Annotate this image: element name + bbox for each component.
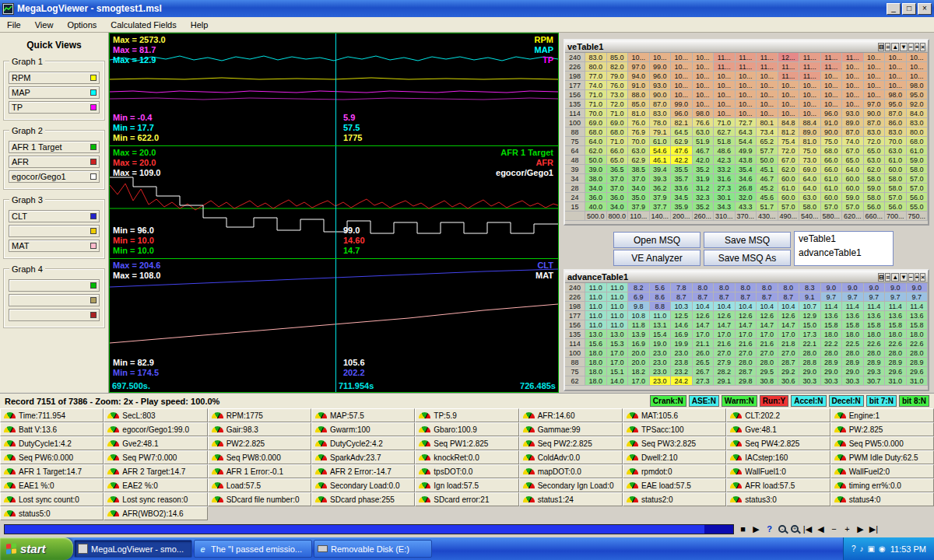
gauge-time[interactable]: Time:711.954 [0, 408, 104, 422]
table-cell[interactable]: 27.3 [693, 376, 715, 386]
table-cell[interactable]: 36.2 [650, 184, 672, 193]
table-cell[interactable]: 10... [778, 90, 800, 100]
table-cell[interactable]: 80.0 [585, 62, 607, 72]
table-cell[interactable]: 65.0 [842, 156, 864, 165]
table-cell[interactable]: 10... [885, 62, 907, 72]
table-cell[interactable]: 56.0 [907, 193, 929, 202]
table-cell[interactable]: 37.0 [607, 174, 629, 184]
table-cell[interactable]: 76.0 [628, 118, 650, 128]
table-cell[interactable]: 10... [864, 62, 886, 72]
table-cell[interactable]: 91.0 [628, 81, 650, 90]
table-cell[interactable]: 8.8 [650, 302, 672, 311]
table-cell[interactable]: 11... [821, 62, 843, 72]
table-cell[interactable]: 16.9 [671, 330, 693, 339]
table-cell[interactable]: 57.0 [778, 202, 800, 212]
table-cell[interactable]: 10... [907, 62, 929, 72]
gauge-seq-pw2[interactable]: Seq PW2:2.825 [519, 436, 623, 450]
table-cell[interactable]: 68.0 [607, 128, 629, 137]
table-cell[interactable]: 63.0 [799, 193, 821, 202]
table-cell[interactable]: 94.0 [628, 72, 650, 81]
playback-cursor[interactable] [335, 259, 336, 392]
table-cell[interactable]: 31.2 [693, 184, 715, 193]
table-cell[interactable]: 62.0 [864, 165, 886, 174]
table-cell[interactable]: 18.0 [907, 330, 929, 339]
gauge-timing-err-[interactable]: timing err%:0.0 [830, 478, 934, 492]
table-cell[interactable]: 30.6 [778, 376, 800, 386]
table-cell[interactable]: 69.0 [607, 118, 629, 128]
table-cell[interactable]: 79.1 [650, 128, 672, 137]
table-cell[interactable]: 9.7 [885, 292, 907, 302]
table-cell[interactable]: 8.7 [778, 292, 800, 302]
help-tray-icon[interactable]: ? [851, 544, 856, 553]
table-cell[interactable]: 12.9 [799, 311, 821, 320]
gauge-sparkadv[interactable]: SparkAdv:23.7 [311, 450, 415, 464]
table-cell[interactable]: 28.0 [842, 348, 864, 358]
table-cell[interactable]: 85.0 [607, 53, 629, 62]
table-cell[interactable]: 18.0 [585, 376, 607, 386]
table-cell[interactable]: 9.0 [907, 283, 929, 292]
table-cell[interactable]: 54.4 [736, 137, 757, 146]
quick-view-item[interactable] [9, 309, 100, 321]
table-cell[interactable]: 11.0 [585, 283, 607, 292]
zoom-in-button[interactable]: + [791, 525, 799, 533]
table-cell[interactable]: 28.9 [842, 358, 864, 367]
table-cell[interactable]: 58.0 [799, 202, 821, 212]
table-cell[interactable]: 30.7 [864, 376, 886, 386]
table-cell[interactable]: 21.6 [714, 339, 736, 348]
table-cell[interactable]: 73.4 [757, 128, 778, 137]
table-cell[interactable]: 10... [799, 81, 821, 90]
quick-view-item-afr-1-target[interactable]: AFR 1 Target [9, 141, 100, 153]
table-cell[interactable]: 30.3 [799, 376, 821, 386]
table-cell[interactable]: 20.0 [628, 348, 650, 358]
table-cell[interactable]: 59.0 [864, 184, 886, 193]
table-cell[interactable]: 35.2 [693, 165, 715, 174]
table-cell[interactable]: 61.0 [885, 156, 907, 165]
table-cell[interactable]: 10... [778, 109, 800, 118]
table-cell[interactable]: 29.5 [757, 367, 778, 376]
table-cell[interactable]: 22.6 [864, 339, 886, 348]
table-cell[interactable]: 18.0 [585, 358, 607, 367]
table-cell[interactable]: 11.0 [585, 302, 607, 311]
table-cell[interactable]: 10... [821, 72, 843, 81]
quick-view-item-tp[interactable]: TP [9, 101, 100, 114]
table-cell[interactable]: 42.2 [671, 156, 693, 165]
table-cell[interactable]: 11.0 [607, 311, 629, 320]
table-cell[interactable]: 10... [736, 90, 757, 100]
table-cell[interactable]: 76.6 [693, 118, 715, 128]
table-cell[interactable]: 50.0 [585, 156, 607, 165]
gauge-eae2-[interactable]: EAE2 %:0 [104, 478, 207, 492]
table-cell[interactable]: 10... [864, 72, 886, 81]
gauge-sdcard-file-number[interactable]: SDcard file number:0 [208, 492, 311, 506]
advance-table-titlebar[interactable]: advanceTable1 ⊟=▲▼−+× [565, 271, 928, 283]
table-cell[interactable]: 23.0 [650, 358, 672, 367]
table-cell[interactable]: 7.8 [671, 283, 693, 292]
table-cell[interactable]: 88.0 [628, 90, 650, 100]
table-cell[interactable]: 18.0 [821, 330, 843, 339]
gauge-secondary-ign-load[interactable]: Secondary Ign Load:0 [519, 478, 623, 492]
table-cell[interactable]: 23.0 [650, 348, 672, 358]
table-cell[interactable]: 83.0 [650, 109, 672, 118]
ve-analyzer-button[interactable]: VE Analyzer [613, 250, 700, 266]
menu-view[interactable]: View [28, 19, 61, 31]
table-cell[interactable]: 27.9 [714, 358, 736, 367]
gauge-status3[interactable]: status3:0 [726, 492, 830, 506]
table-cell[interactable]: 57.0 [885, 193, 907, 202]
table-cell[interactable]: 62.0 [778, 165, 800, 174]
table-cell[interactable]: 39.3 [650, 174, 672, 184]
table-cell[interactable]: 9.0 [885, 283, 907, 292]
gauge-afr[interactable]: AFR:14.60 [519, 408, 623, 422]
table-cell[interactable]: 45.2 [757, 184, 778, 193]
table-cell[interactable]: 71.0 [607, 137, 629, 146]
gauge-gammae[interactable]: Gammae:99 [519, 422, 623, 436]
quick-view-item-mat[interactable]: MAT [9, 240, 100, 252]
table-cell[interactable]: 19.9 [671, 339, 693, 348]
table-cell[interactable]: 22.1 [799, 339, 821, 348]
table-cell[interactable]: 45.1 [757, 165, 778, 174]
help-button[interactable]: ? [763, 523, 776, 535]
table-cell[interactable]: 10... [671, 62, 693, 72]
table-cell[interactable]: 10... [736, 72, 757, 81]
gauge-afr-wbo2-[interactable]: AFR(WBO2):14.6 [104, 506, 207, 520]
table-window-button[interactable]: ▼ [900, 273, 908, 282]
table-cell[interactable]: 12.5 [671, 311, 693, 320]
table-cell[interactable]: 60.0 [842, 174, 864, 184]
